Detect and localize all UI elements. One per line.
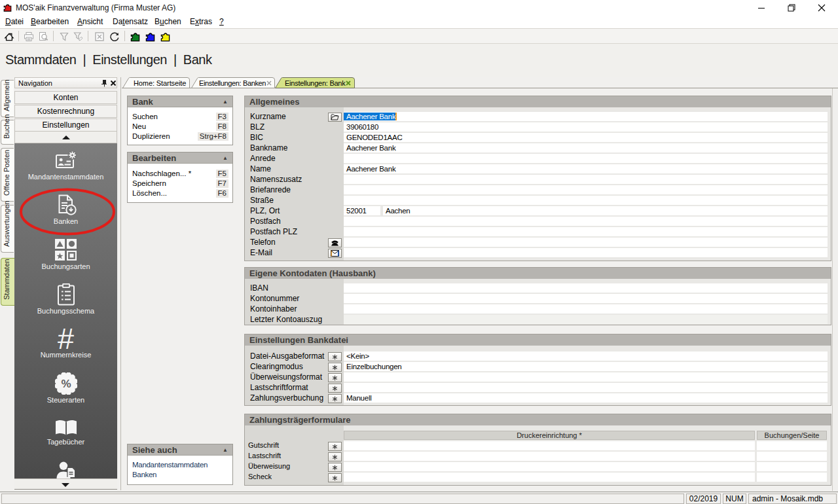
svg-text:%: % (61, 378, 71, 390)
